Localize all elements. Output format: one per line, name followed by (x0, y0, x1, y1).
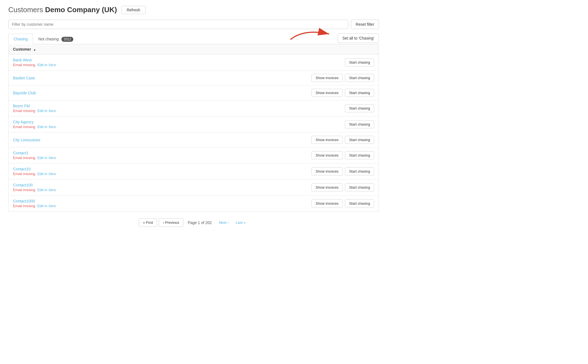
not-chasing-badge: 2012 (61, 37, 73, 42)
customer-meta: Email missing Edit in Xero (13, 63, 345, 67)
tabs-row: Chasing Not chasing 2012 Set all to 'Cha… (8, 33, 379, 44)
table-row: Bayside Club Show invoicesStart chasing (9, 85, 379, 100)
customer-name-link[interactable]: Bayside Club (13, 91, 311, 95)
show-invoices-button[interactable]: Show invoices (311, 183, 343, 191)
start-chasing-button[interactable]: Start chasing (345, 199, 374, 207)
row-actions: Show invoicesStart chasing (311, 167, 374, 175)
customer-info: Basket Case (13, 76, 311, 80)
customer-name-link[interactable]: Bank West (13, 58, 345, 62)
sort-arrow-icon: ▲ (33, 48, 36, 51)
table-row: Bank West Email missing Edit in Xero Sta… (9, 54, 379, 71)
table-row: Contact1000 Email missing Edit in Xero S… (9, 196, 379, 211)
show-invoices-button[interactable]: Show invoices (311, 89, 343, 97)
customer-name-link[interactable]: City Agency (13, 120, 345, 124)
row-actions: Start chasing (345, 104, 374, 112)
first-page-button[interactable]: « First (139, 218, 157, 227)
row-actions: Show invoicesStart chasing (311, 136, 374, 144)
customer-meta: Email missing Edit in Xero (13, 109, 345, 113)
row-actions: Show invoicesStart chasing (311, 151, 374, 159)
customer-column-header[interactable]: Customer ▲ (13, 47, 374, 51)
customer-info: Bank West Email missing Edit in Xero (13, 58, 345, 67)
email-missing-label: Email missing (13, 188, 35, 192)
customer-info: Boom FM Email missing Edit in Xero (13, 104, 345, 113)
edit-in-xero-link[interactable]: Edit in Xero (37, 204, 56, 208)
table-row: Contact10 Email missing Edit in Xero Sho… (9, 163, 379, 180)
row-actions: Show invoicesStart chasing (311, 183, 374, 191)
edit-in-xero-link[interactable]: Edit in Xero (37, 156, 56, 160)
start-chasing-button[interactable]: Start chasing (345, 167, 374, 175)
show-invoices-button[interactable]: Show invoices (311, 151, 343, 159)
customer-info: Contact1000 Email missing Edit in Xero (13, 199, 311, 208)
table-body: Bank West Email missing Edit in Xero Sta… (9, 54, 379, 211)
start-chasing-button[interactable]: Start chasing (345, 151, 374, 159)
show-invoices-button[interactable]: Show invoices (311, 199, 343, 207)
customer-meta: Email missing Edit in Xero (13, 204, 311, 208)
tab-chasing[interactable]: Chasing (8, 34, 33, 44)
start-chasing-button[interactable]: Start chasing (345, 120, 374, 128)
customer-info: Contact100 Email missing Edit in Xero (13, 183, 311, 192)
customer-name-link[interactable]: City Limousines (13, 138, 311, 142)
customer-name-link[interactable]: Basket Case (13, 76, 311, 80)
table-row: City Limousines Show invoicesStart chasi… (9, 132, 379, 147)
show-invoices-button[interactable]: Show invoices (311, 74, 343, 82)
page-title: Customers Demo Company (UK) (8, 6, 117, 14)
table-row: City Agency Email missing Edit in Xero S… (9, 116, 379, 132)
start-chasing-button[interactable]: Start chasing (345, 104, 374, 112)
customer-info: Bayside Club (13, 91, 311, 95)
customer-meta: Email missing Edit in Xero (13, 188, 311, 192)
last-page-button[interactable]: Last » (233, 219, 248, 227)
customer-meta: Email missing Edit in Xero (13, 125, 345, 129)
show-invoices-button[interactable]: Show invoices (311, 167, 343, 175)
customer-name-link[interactable]: Boom FM (13, 104, 345, 108)
tab-not-chasing[interactable]: Not chasing 2012 (33, 34, 79, 44)
start-chasing-button[interactable]: Start chasing (345, 89, 374, 97)
pagination: « First ‹ Previous Page 1 of 202 Next › … (8, 212, 379, 233)
set-all-chasing-button[interactable]: Set all to 'Chasing' (338, 33, 379, 43)
customer-info: Contact1 Email missing Edit in Xero (13, 151, 311, 160)
email-missing-label: Email missing (13, 172, 35, 176)
refresh-button[interactable]: Refresh (121, 6, 145, 14)
email-missing-label: Email missing (13, 125, 35, 129)
edit-in-xero-link[interactable]: Edit in Xero (37, 63, 56, 67)
page-info: Page 1 of 202 (185, 220, 215, 225)
customers-table: Customer ▲ Bank West Email missing Edit … (8, 44, 379, 212)
next-page-button[interactable]: Next › (216, 219, 231, 227)
row-actions: Start chasing (345, 120, 374, 128)
email-missing-label: Email missing (13, 204, 35, 208)
edit-in-xero-link[interactable]: Edit in Xero (37, 109, 56, 113)
start-chasing-button[interactable]: Start chasing (345, 74, 374, 82)
customer-info: City Limousines (13, 138, 311, 142)
row-actions: Start chasing (345, 58, 374, 66)
customer-name-link[interactable]: Contact100 (13, 183, 311, 187)
reset-filter-button[interactable]: Reset filter (351, 20, 379, 29)
prev-page-button[interactable]: ‹ Previous (159, 218, 183, 227)
customer-info: City Agency Email missing Edit in Xero (13, 120, 345, 129)
table-row: Contact100 Email missing Edit in Xero Sh… (9, 180, 379, 196)
filter-bar: Reset filter (8, 20, 379, 29)
customer-name-link[interactable]: Contact1 (13, 151, 311, 155)
table-row: Contact1 Email missing Edit in Xero Show… (9, 147, 379, 163)
start-chasing-button[interactable]: Start chasing (345, 58, 374, 66)
customer-name-link[interactable]: Contact1000 (13, 199, 311, 203)
email-missing-label: Email missing (13, 109, 35, 113)
start-chasing-button[interactable]: Start chasing (345, 136, 374, 144)
page-header: Customers Demo Company (UK) Refresh (8, 6, 379, 14)
email-missing-label: Email missing (13, 63, 35, 67)
edit-in-xero-link[interactable]: Edit in Xero (37, 188, 56, 192)
row-actions: Show invoicesStart chasing (311, 74, 374, 82)
start-chasing-button[interactable]: Start chasing (345, 183, 374, 191)
customer-name-filter-input[interactable] (8, 20, 348, 29)
customer-info: Contact10 Email missing Edit in Xero (13, 167, 311, 176)
customer-meta: Email missing Edit in Xero (13, 156, 311, 160)
edit-in-xero-link[interactable]: Edit in Xero (37, 172, 56, 176)
row-actions: Show invoicesStart chasing (311, 89, 374, 97)
customer-meta: Email missing Edit in Xero (13, 172, 311, 176)
row-actions: Show invoicesStart chasing (311, 199, 374, 207)
email-missing-label: Email missing (13, 156, 35, 160)
table-row: Basket Case Show invoicesStart chasing (9, 71, 379, 85)
table-row: Boom FM Email missing Edit in Xero Start… (9, 100, 379, 116)
show-invoices-button[interactable]: Show invoices (311, 136, 343, 144)
customer-name-link[interactable]: Contact10 (13, 167, 311, 171)
table-header: Customer ▲ (9, 44, 379, 54)
edit-in-xero-link[interactable]: Edit in Xero (37, 125, 56, 129)
